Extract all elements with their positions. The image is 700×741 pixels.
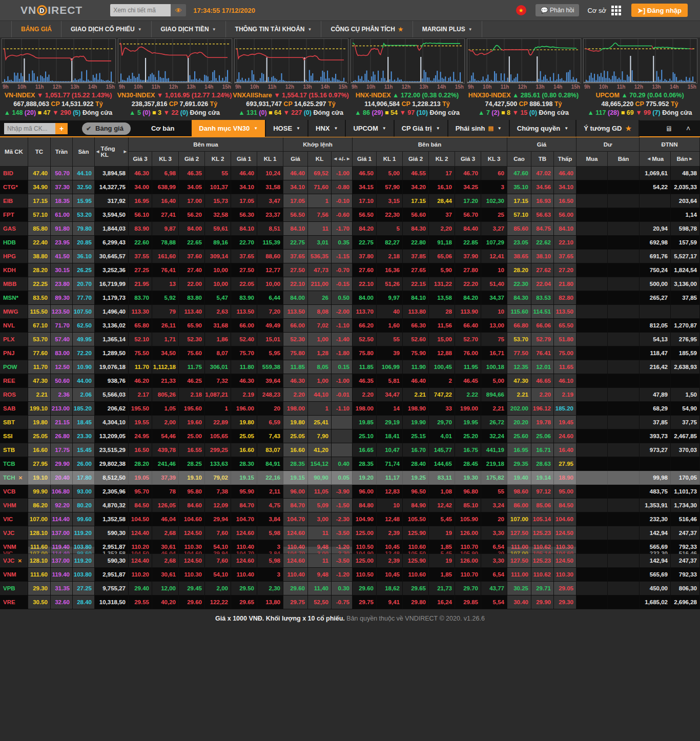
ticker-cell[interactable]: VPB [0, 582, 28, 595]
ref-price-cell[interactable]: 2.21 [28, 388, 51, 402]
foreign-buy-cell[interactable]: 565,69 [640, 568, 671, 582]
matched-cell[interactable]: 0.50 [332, 291, 353, 305]
foreign-sell-cell[interactable]: 247,37 [671, 554, 700, 568]
matched-cell[interactable]: 84.10 [283, 222, 308, 236]
residual-sell-cell[interactable] [608, 277, 640, 291]
residual-buy-cell[interactable] [577, 319, 608, 333]
bid-cell[interactable]: 11.75 [179, 360, 205, 374]
ask-cell[interactable]: 29,19 [377, 416, 403, 429]
index-summary-UPCOM[interactable]: UPCOM ▲ 70.29 (0.04 0.06%)48,665,220 CP … [582, 91, 698, 117]
matched-cell[interactable]: -1.20 [332, 568, 353, 582]
bid-cell[interactable]: 79,02 [205, 471, 231, 485]
foreign-buy-cell[interactable]: 483,75 [640, 485, 671, 499]
price-range-cell[interactable]: 46.40 [554, 167, 577, 180]
ask-cell[interactable]: 106,99 [377, 360, 403, 374]
foreign-sell-cell[interactable]: 516,46 [671, 512, 700, 526]
matched-cell[interactable]: 66.00 [283, 319, 308, 333]
total-volume-cell[interactable]: 938,76 [95, 374, 129, 388]
floor-price-cell[interactable]: 32.50 [73, 180, 95, 194]
ask-cell[interactable]: 22.75 [353, 236, 377, 250]
residual-sell-cell[interactable] [608, 499, 640, 512]
price-range-cell[interactable]: 110.30 [554, 568, 577, 582]
bid-cell[interactable]: 10,00 [257, 277, 283, 291]
ask-cell[interactable]: 76.00 [455, 346, 481, 360]
ask-cell[interactable]: 34,47 [377, 388, 403, 402]
subcol-header[interactable]: KL [308, 152, 332, 167]
ask-cell[interactable]: 441,19 [481, 443, 507, 457]
table-row-HDB-5[interactable]: HDB22.4023.9520.856,299,4322.6078,8822.6… [0, 236, 700, 250]
matched-cell[interactable]: 1,00 [308, 333, 332, 346]
ask-cell[interactable]: 10 [481, 305, 507, 319]
price-range-cell[interactable]: 84.75 [531, 222, 554, 236]
bid-cell[interactable]: 124.50 [179, 554, 205, 568]
col-header-0[interactable]: Mã CK [0, 137, 28, 167]
ask-cell[interactable]: 3,27 [481, 222, 507, 236]
residual-buy-cell[interactable] [577, 374, 608, 388]
subcol-header[interactable]: Giá 2 [403, 152, 429, 167]
ref-price-cell[interactable]: 47.40 [28, 167, 51, 180]
ticker-cell[interactable]: EIB [0, 194, 28, 208]
residual-buy-cell[interactable] [577, 499, 608, 512]
matched-cell[interactable]: 8,05 [308, 360, 332, 374]
price-range-cell[interactable]: 20.20 [507, 416, 531, 429]
bid-cell[interactable]: 83.90 [231, 291, 257, 305]
matched-cell[interactable]: 9,48 [308, 568, 332, 582]
ask-cell[interactable]: 12,83 [377, 485, 403, 499]
floor-price-cell[interactable]: 53.20 [73, 208, 95, 222]
ask-cell[interactable]: 46.45 [455, 374, 481, 388]
ask-cell[interactable]: 28,44 [429, 194, 455, 208]
foreign-sell-cell[interactable]: 792,33 [671, 568, 700, 582]
ask-cell[interactable]: 66.30 [403, 319, 429, 333]
ask-cell[interactable]: 18,62 [377, 582, 403, 595]
ask-cell[interactable]: 3,15 [377, 194, 403, 208]
bid-cell[interactable]: 15,73 [205, 194, 231, 208]
bid-cell[interactable]: 105,65 [205, 429, 231, 443]
ticker-cell[interactable]: VJC [0, 526, 28, 540]
matched-cell[interactable]: 26 [308, 291, 332, 305]
index-chart-1[interactable]: 9h10h11h12h13h14h15h [117, 38, 233, 90]
table-row-VHM-24[interactable]: VHM86.2092.2080.204,870,3284.50126,0584.… [0, 499, 700, 512]
ref-price-cell[interactable]: 57.10 [28, 208, 51, 222]
bid-cell[interactable]: 805,26 [152, 388, 179, 402]
ref-price-cell[interactable]: 85.80 [28, 222, 51, 236]
bid-cell[interactable]: 12,09 [205, 499, 231, 512]
bid-cell[interactable]: 59,61 [205, 222, 231, 236]
total-volume-cell[interactable]: 5,566,03 [95, 388, 129, 402]
ask-cell[interactable]: 3 [481, 180, 507, 194]
ask-cell[interactable]: 25.10 [353, 429, 377, 443]
ask-cell[interactable]: 2,18 [377, 250, 403, 263]
bid-cell[interactable]: 9,87 [152, 222, 179, 236]
price-range-cell[interactable]: 25.60 [507, 429, 531, 443]
ceiling-price-cell[interactable]: 20.40 [51, 471, 73, 485]
matched-cell[interactable]: -1.00 [332, 167, 353, 180]
price-range-cell[interactable]: 97.12 [531, 485, 554, 499]
residual-sell-cell[interactable] [608, 319, 640, 333]
ask-cell[interactable]: 19.85 [353, 416, 377, 429]
bid-cell[interactable]: 5,47 [205, 291, 231, 305]
bid-cell[interactable]: 84.70 [231, 499, 257, 512]
price-range-cell[interactable]: 29.71 [531, 582, 554, 595]
bid-cell[interactable]: 19.15 [231, 471, 257, 485]
residual-sell-cell[interactable] [608, 485, 640, 499]
subcol-header[interactable]: KL 3 [152, 152, 179, 167]
foreign-sell-cell[interactable]: 1,270,87 [671, 319, 700, 333]
bid-cell[interactable]: 241,46 [152, 457, 179, 471]
residual-buy-cell[interactable] [577, 263, 608, 277]
bid-cell[interactable]: 5,98 [257, 526, 283, 540]
ceiling-price-cell[interactable]: 12.50 [51, 360, 73, 374]
ref-price-cell[interactable]: 17.15 [28, 194, 51, 208]
bid-cell[interactable]: 110.40 [231, 568, 257, 582]
ask-cell[interactable]: 32,24 [481, 429, 507, 443]
ask-cell[interactable]: 12,42 [429, 499, 455, 512]
remove-x-icon[interactable]: ✕ [17, 558, 22, 564]
residual-buy-cell[interactable] [577, 485, 608, 499]
bid-cell[interactable]: 638,99 [152, 180, 179, 194]
ask-cell[interactable]: 11.85 [353, 360, 377, 374]
price-range-cell[interactable]: 125.23 [531, 526, 554, 540]
price-range-cell[interactable]: 65.50 [554, 319, 577, 333]
bid-cell[interactable]: 2,30 [257, 582, 283, 595]
bid-cell[interactable]: 124.40 [129, 526, 152, 540]
ask-cell[interactable]: 46.55 [403, 167, 429, 180]
ask-cell[interactable]: 12,41 [481, 250, 507, 263]
bid-cell[interactable]: 52.10 [129, 333, 152, 346]
